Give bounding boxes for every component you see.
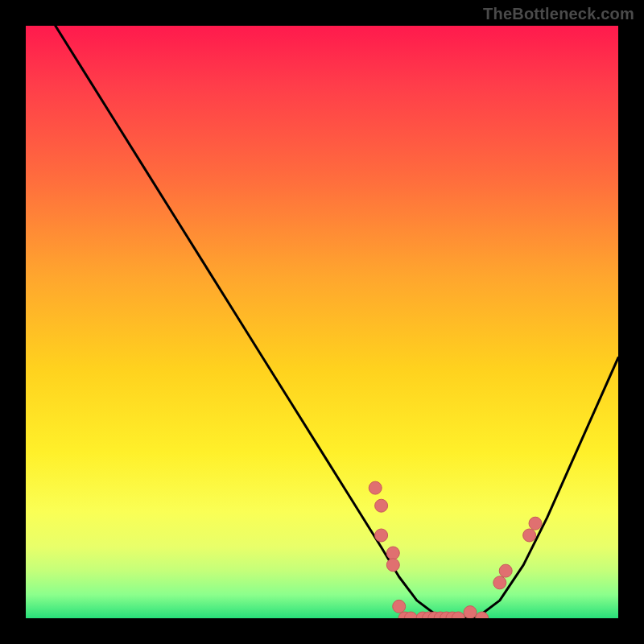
chart-frame: TheBottleneck.com (0, 0, 644, 644)
watermark-text: TheBottleneck.com (483, 5, 634, 23)
data-point (375, 529, 388, 542)
data-point (523, 529, 536, 542)
data-point (464, 606, 477, 618)
bottleneck-chart (26, 26, 618, 618)
data-point (375, 499, 388, 512)
data-point (393, 600, 406, 613)
data-point (493, 576, 506, 589)
data-point (386, 547, 399, 559)
data-point (499, 564, 512, 577)
data-point (476, 612, 489, 618)
data-point (369, 481, 382, 494)
plot-area (26, 26, 618, 618)
data-point (386, 559, 399, 572)
data-point (529, 517, 542, 530)
